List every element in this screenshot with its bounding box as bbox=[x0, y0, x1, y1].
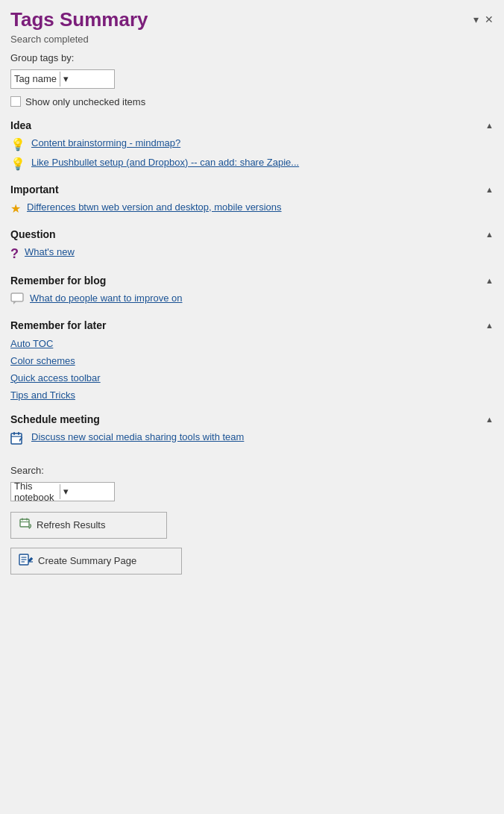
question-section-title: Question bbox=[10, 228, 56, 240]
idea-section-title: Idea bbox=[10, 119, 31, 131]
create-summary-icon bbox=[19, 553, 34, 569]
question-icon: ? bbox=[10, 246, 19, 262]
idea-item-1: 💡 Content brainstorming - mindmap? bbox=[10, 134, 494, 154]
schedule-icon bbox=[10, 431, 25, 449]
schedule-meeting-items: Discuss new social media sharing tools w… bbox=[0, 428, 504, 454]
schedule-meeting-section: Schedule meeting ▲ Discuss new social me… bbox=[0, 409, 504, 457]
svg-rect-6 bbox=[20, 519, 29, 527]
question-collapse-icon[interactable]: ▲ bbox=[485, 230, 494, 239]
svg-rect-2 bbox=[11, 433, 22, 444]
close-icon[interactable]: ✕ bbox=[485, 13, 494, 25]
group-by-label: Group tags by: bbox=[0, 49, 504, 66]
remember-later-collapse-icon[interactable]: ▲ bbox=[485, 321, 494, 330]
remember-blog-collapse-icon[interactable]: ▲ bbox=[485, 276, 494, 285]
question-item-1: ? What's new bbox=[10, 243, 494, 264]
schedule-meeting-link-1[interactable]: Discuss new social media sharing tools w… bbox=[31, 431, 244, 444]
remember-blog-section-title: Remember for blog bbox=[10, 275, 106, 287]
remember-later-section: Remember for later ▲ Auto TOC Color sche… bbox=[0, 315, 504, 409]
panel-header: Tags Summary ▾ ✕ bbox=[0, 0, 504, 31]
idea-section-items: 💡 Content brainstorming - mindmap? 💡 Lik… bbox=[0, 134, 504, 176]
lightbulb-icon-2: 💡 bbox=[10, 157, 25, 171]
idea-item-2: 💡 Like Pushbullet setup (and Dropbox) --… bbox=[10, 154, 494, 173]
remember-blog-link-1[interactable]: What do people want to improve on bbox=[30, 292, 183, 305]
remember-blog-section-items: What do people want to improve on bbox=[0, 289, 504, 312]
remember-later-link-2[interactable]: Color schemes bbox=[10, 353, 494, 369]
important-link-1[interactable]: Differences btwn web version and desktop… bbox=[27, 201, 282, 214]
idea-collapse-icon[interactable]: ▲ bbox=[485, 121, 494, 130]
remember-later-link-1[interactable]: Auto TOC bbox=[10, 336, 494, 351]
schedule-meeting-item-1: Discuss new social media sharing tools w… bbox=[10, 428, 494, 451]
dropdown-arrow-icon: ▾ bbox=[60, 72, 112, 87]
dropdown-icon[interactable]: ▾ bbox=[473, 13, 479, 25]
refresh-results-button[interactable]: Refresh Results bbox=[10, 512, 167, 539]
group-by-selected: Tag name bbox=[14, 73, 60, 84]
refresh-results-label: Refresh Results bbox=[37, 519, 105, 530]
schedule-meeting-section-header: Schedule meeting ▲ bbox=[0, 409, 504, 428]
idea-link-1[interactable]: Content brainstorming - mindmap? bbox=[31, 137, 180, 150]
header-icons: ▾ ✕ bbox=[473, 13, 494, 25]
group-by-dropdown[interactable]: Tag name ▾ bbox=[10, 69, 115, 89]
idea-section-header: Idea ▲ bbox=[0, 115, 504, 134]
remember-blog-item-1: What do people want to improve on bbox=[10, 289, 494, 309]
unchecked-filter-row: Show only unchecked items bbox=[0, 93, 504, 115]
remember-later-link-4[interactable]: Tips and Tricks bbox=[10, 387, 494, 403]
refresh-icon bbox=[19, 517, 32, 533]
svg-rect-0 bbox=[11, 293, 23, 301]
create-summary-button[interactable]: Create Summary Page bbox=[10, 548, 182, 575]
search-dropdown-container: This notebook ▾ bbox=[10, 479, 494, 506]
question-link-1[interactable]: What's new bbox=[25, 245, 75, 259]
question-section-items: ? What's new bbox=[0, 243, 504, 267]
schedule-meeting-collapse-icon[interactable]: ▲ bbox=[485, 415, 494, 424]
idea-section: Idea ▲ 💡 Content brainstorming - mindmap… bbox=[0, 115, 504, 179]
important-section-title: Important bbox=[10, 184, 59, 195]
question-section-header: Question ▲ bbox=[0, 224, 504, 243]
create-summary-label: Create Summary Page bbox=[38, 555, 136, 566]
search-label: Search: bbox=[10, 465, 494, 476]
important-section-items: ★ Differences btwn web version and deskt… bbox=[0, 198, 504, 221]
idea-link-2[interactable]: Like Pushbullet setup (and Dropbox) -- c… bbox=[31, 156, 299, 169]
important-section-header: Important ▲ bbox=[0, 179, 504, 198]
refresh-button-row: Refresh Results bbox=[0, 509, 504, 545]
comment-icon bbox=[10, 292, 24, 307]
create-summary-button-row: Create Summary Page bbox=[0, 545, 504, 580]
unchecked-filter-checkbox[interactable] bbox=[10, 96, 21, 107]
tags-summary-panel: Tags Summary ▾ ✕ Search completed Group … bbox=[0, 0, 504, 814]
schedule-meeting-section-title: Schedule meeting bbox=[10, 413, 100, 425]
star-icon: ★ bbox=[10, 201, 21, 216]
search-section: Search: This notebook ▾ bbox=[0, 457, 504, 509]
search-dropdown[interactable]: This notebook ▾ bbox=[10, 482, 115, 501]
remember-blog-section-header: Remember for blog ▲ bbox=[0, 270, 504, 289]
search-status: Search completed bbox=[0, 31, 504, 49]
important-collapse-icon[interactable]: ▲ bbox=[485, 185, 494, 194]
remember-blog-section: Remember for blog ▲ What do people want … bbox=[0, 270, 504, 315]
lightbulb-icon-1: 💡 bbox=[10, 137, 25, 151]
remember-later-section-title: Remember for later bbox=[10, 319, 106, 331]
search-dropdown-arrow-icon: ▾ bbox=[60, 484, 112, 499]
group-by-dropdown-container: Tag name ▾ bbox=[0, 66, 504, 93]
important-section: Important ▲ ★ Differences btwn web versi… bbox=[0, 179, 504, 224]
important-item-1: ★ Differences btwn web version and deskt… bbox=[10, 198, 494, 218]
question-section: Question ▲ ? What's new bbox=[0, 224, 504, 270]
remember-later-link-3[interactable]: Quick access toolbar bbox=[10, 370, 494, 386]
unchecked-filter-label: Show only unchecked items bbox=[25, 96, 145, 107]
remember-later-section-header: Remember for later ▲ bbox=[0, 315, 504, 334]
panel-title: Tags Summary bbox=[10, 9, 148, 31]
remember-later-items: Auto TOC Color schemes Quick access tool… bbox=[0, 334, 504, 406]
search-selected: This notebook bbox=[14, 480, 60, 503]
